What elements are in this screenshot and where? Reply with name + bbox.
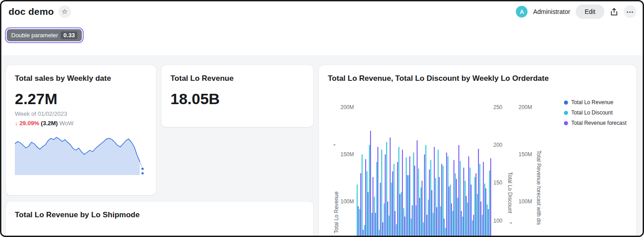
dashboard-canvas: Total sales by Weekly date 2.27M Week of… — [1, 55, 643, 236]
sales-sparkline — [15, 134, 146, 175]
ellipsis-icon: ⋯ — [626, 8, 634, 16]
legend-item-discount[interactable]: Total Lo Discount — [564, 110, 626, 116]
kpi-delta: ↓ 29.09% (3.2M) WoW — [15, 120, 147, 127]
favorite-button[interactable]: ☆ — [58, 5, 71, 18]
y-tick: 200 — [493, 141, 502, 149]
y-tick: 100M — [334, 198, 354, 205]
legend-label: Total Revenue forecast — [571, 120, 626, 126]
more-button[interactable]: ⋯ — [624, 5, 636, 18]
arrow-down-icon: ↓ — [15, 120, 18, 127]
avatar[interactable]: A — [516, 6, 528, 18]
double-parameter-chip[interactable]: Double parameter 0.33 — [7, 29, 82, 41]
axis-scroll-right-icon[interactable]: ▸ — [334, 142, 336, 147]
delta-absolute: (3.2M) — [41, 120, 58, 127]
card-title: Total sales by Weekly date — [15, 74, 147, 83]
card-total-sales[interactable]: Total sales by Weekly date 2.27M Week of… — [6, 65, 156, 195]
edit-button[interactable]: Edit — [576, 4, 604, 19]
kpi-value: 2.27M — [15, 90, 147, 108]
card-shipmode[interactable]: Total Lo Revenue by Lo Shipmode — [6, 202, 313, 237]
discount-axis-title: Total Lo Discount — [507, 172, 513, 237]
app-window: doc demo ☆ A Administrator Edit ⋯ — [0, 0, 644, 237]
y-tick: 200M — [519, 104, 532, 111]
legend-item-revenue[interactable]: Total Lo Revenue — [564, 99, 626, 105]
card-title: Total Lo Revenue by Lo Shipmode — [15, 211, 304, 219]
kpi-subtitle: Week of 01/02/2023 — [15, 110, 147, 117]
parameter-chip-focus-ring: Double parameter 0.33 — [5, 27, 84, 43]
y-tick: 200M — [334, 104, 354, 111]
parameter-label: Double parameter — [11, 32, 58, 39]
y-tick: 100 — [493, 217, 502, 224]
page-title: doc demo — [9, 6, 54, 17]
card-total-lo-revenue[interactable]: Total Lo Revenue 18.05B — [161, 65, 313, 127]
forecast-axis-title: Total Revenue forecast with dis — [536, 150, 542, 237]
delta-period: WoW — [59, 120, 74, 127]
y-tick: 150 — [493, 179, 502, 186]
legend-item-forecast[interactable]: Total Revenue forecast — [564, 120, 626, 126]
user-name: Administrator — [533, 8, 570, 15]
legend-label: Total Lo Revenue — [571, 99, 613, 105]
legend-label: Total Lo Discount — [571, 110, 613, 116]
legend-dot — [564, 101, 568, 105]
y-tick: 100M — [519, 198, 532, 205]
header: doc demo ☆ A Administrator Edit ⋯ — [1, 1, 643, 22]
left-axis-title: Total Lo Revenue — [333, 150, 340, 233]
parameter-bar: Double parameter 0.33 — [5, 27, 643, 43]
parameter-value: 0.33 — [61, 31, 77, 39]
kpi-value: 18.05B — [170, 90, 304, 108]
card-title: Total Lo Revenue — [170, 74, 304, 83]
card-title: Total Lo Revenue, Total Lo Discount by W… — [328, 74, 627, 83]
share-icon — [610, 8, 618, 16]
axis-scroll-left-icon[interactable]: ◂ — [510, 220, 512, 225]
y-tick: 250 — [493, 104, 502, 111]
combo-chart-area: Total Lo Revenue ▸ 200M 150M 100M 250 20… — [328, 88, 627, 237]
star-icon: ☆ — [62, 8, 67, 16]
share-button[interactable] — [610, 8, 618, 16]
combo-bars — [357, 103, 492, 237]
y-tick: 150M — [334, 151, 354, 158]
y-tick: 150M — [519, 151, 532, 158]
legend-dot — [564, 111, 568, 115]
delta-percent: 29.09% — [19, 120, 39, 127]
legend-dot — [564, 121, 568, 125]
card-combo-chart[interactable]: Total Lo Revenue, Total Lo Discount by W… — [319, 65, 636, 237]
header-actions: A Administrator Edit ⋯ — [516, 4, 636, 19]
chart-legend: Total Lo Revenue Total Lo Discount Total… — [564, 99, 626, 126]
